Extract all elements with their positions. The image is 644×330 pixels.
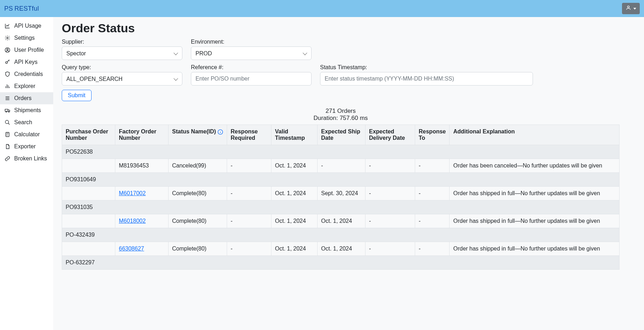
svg-point-10 [5, 120, 9, 123]
cell-explain: Order has shipped in full—No further upd… [450, 214, 620, 228]
sidebar-item-label: Search [14, 119, 32, 126]
group-po: PO931035 [62, 200, 620, 214]
sidebar-item-label: API Keys [14, 59, 38, 65]
th-explain: Additional Explanation [450, 125, 620, 145]
cell-po [62, 242, 115, 256]
table-row: M6017002Complete(80)-Oct. 1, 2024Sept. 3… [62, 187, 620, 200]
calculator-icon [4, 131, 11, 138]
cell-po [62, 214, 115, 228]
link-icon [4, 155, 11, 162]
cell-explain: Order has been canceled—No further updat… [450, 159, 620, 173]
table-group-row: PO522638 [62, 145, 620, 159]
cell-exp-deliv: - [365, 242, 415, 256]
th-status: Status Name(ID) [169, 125, 227, 145]
logo-rest: RESTful [15, 5, 39, 12]
cell-exp-deliv: - [365, 214, 415, 228]
cell-exp-ship: Oct. 1, 2024 [318, 242, 365, 256]
query-type-select[interactable]: ALL_OPEN_SEARCH [62, 72, 182, 86]
sidebar-item-api-keys[interactable]: API Keys [0, 56, 53, 68]
svg-point-2 [627, 6, 629, 8]
sidebar-item-label: Explorer [14, 83, 35, 89]
cell-exp-ship: Oct. 1, 2024 [318, 214, 365, 228]
sidebar-item-calculator[interactable]: Calculator [0, 128, 53, 141]
logo: PS RESTful [4, 5, 39, 12]
cell-fon: 66308627 [115, 242, 169, 256]
search-icon [4, 119, 11, 126]
gear-icon [4, 35, 11, 41]
cell-exp-ship: - [318, 159, 365, 173]
svg-rect-7 [5, 109, 8, 111]
sidebar-item-label: Orders [14, 95, 32, 101]
cell-resp-to: - [415, 214, 450, 228]
table-row: M81936453Canceled(99)-Oct. 1, 2024---Ord… [62, 159, 620, 173]
table-row: 66308627Complete(80)-Oct. 1, 2024Oct. 1,… [62, 242, 620, 256]
cell-exp-ship: Sept. 30, 2024 [318, 187, 365, 200]
cell-po [62, 187, 115, 200]
orders-table: Purchase Order Number Factory Order Numb… [62, 125, 620, 270]
th-resp-to: Response To [415, 125, 450, 145]
sidebar-item-exporter[interactable]: Exporter [0, 141, 53, 153]
reference-label: Reference #: [191, 64, 312, 71]
cell-valid-ts: Oct. 1, 2024 [271, 159, 318, 173]
user-menu[interactable] [622, 3, 640, 14]
cell-resp-req: - [227, 214, 271, 228]
chevron-down-icon [633, 8, 636, 10]
cell-explain: Order has shipped in full—No further upd… [450, 242, 620, 256]
chart-icon [4, 23, 11, 29]
sidebar-item-label: Credentials [14, 71, 43, 77]
svg-point-8 [6, 111, 7, 112]
sidebar-item-label: API Usage [14, 23, 41, 29]
table-group-row: PO9310649 [62, 173, 620, 187]
cell-valid-ts: Oct. 1, 2024 [271, 214, 318, 228]
cell-status: Complete(80) [169, 187, 227, 200]
table-group-row: PO931035 [62, 200, 620, 214]
results-duration: Duration: 757.60 ms [62, 115, 620, 122]
group-po: PO9310649 [62, 173, 620, 187]
sidebar-item-user-profile[interactable]: User Profile [0, 44, 53, 56]
svg-point-3 [7, 37, 8, 39]
svg-point-5 [7, 49, 8, 50]
sidebar-item-label: Shipments [14, 107, 41, 114]
sidebar-item-credentials[interactable]: Credentials [0, 68, 53, 80]
sidebar-item-broken-links[interactable]: Broken Links [0, 153, 53, 165]
cell-fon: M6017002 [115, 187, 169, 200]
sidebar-item-explorer[interactable]: Explorer [0, 80, 53, 92]
th-fon: Factory Order Number [115, 125, 169, 145]
shield-icon [4, 71, 11, 77]
th-exp-deliv: Expected Delivery Date [365, 125, 415, 145]
group-po: PO-632297 [62, 256, 620, 270]
sidebar-item-shipments[interactable]: Shipments [0, 104, 53, 116]
cell-valid-ts: Oct. 1, 2024 [271, 242, 318, 256]
factory-order-link[interactable]: 66308627 [119, 246, 144, 252]
page-title: Order Status [62, 21, 620, 35]
cell-status: Canceled(99) [169, 159, 227, 173]
user-circle-icon [4, 47, 11, 53]
timestamp-input[interactable] [320, 72, 533, 86]
svg-point-9 [9, 111, 10, 112]
th-exp-ship: Expected Ship Date [318, 125, 365, 145]
svg-point-6 [6, 62, 7, 64]
factory-order-link[interactable]: M6018002 [119, 218, 146, 224]
environment-select[interactable]: PROD [191, 46, 312, 60]
table-group-row: PO-432439 [62, 228, 620, 242]
sidebar-item-label: Calculator [14, 131, 40, 138]
factory-order-link[interactable]: M6017002 [119, 190, 146, 196]
cell-exp-deliv: - [365, 187, 415, 200]
key-icon [4, 59, 11, 65]
environment-label: Environment: [191, 39, 312, 45]
logo-ps: PS [4, 5, 13, 12]
cell-valid-ts: Oct. 1, 2024 [271, 187, 318, 200]
info-icon[interactable] [218, 129, 223, 135]
group-po: PO-432439 [62, 228, 620, 242]
sidebar-item-api-usage[interactable]: API Usage [0, 20, 53, 32]
reference-input[interactable] [191, 72, 312, 86]
sidebar-item-settings[interactable]: Settings [0, 32, 53, 44]
th-valid-ts: Valid Timestamp [271, 125, 318, 145]
table-group-row: PO-632297 [62, 256, 620, 270]
topbar: PS RESTful [0, 0, 644, 17]
bars-icon [4, 83, 11, 89]
sidebar-item-orders[interactable]: Orders [0, 92, 53, 104]
sidebar-item-search[interactable]: Search [0, 116, 53, 128]
supplier-select[interactable]: Spector [62, 46, 182, 60]
submit-button[interactable]: Submit [62, 90, 92, 101]
